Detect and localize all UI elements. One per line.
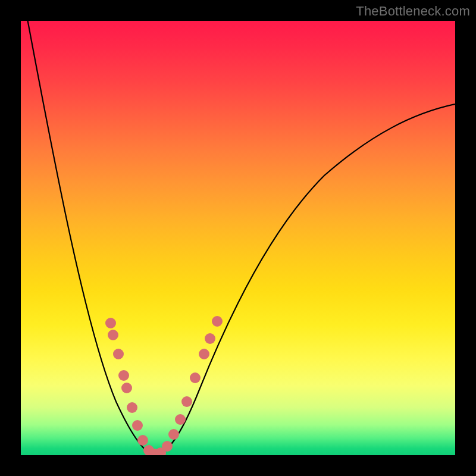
chart-frame: TheBottleneck.com bbox=[0, 0, 476, 476]
data-marker bbox=[181, 396, 192, 407]
data-marker bbox=[108, 330, 118, 340]
data-marker bbox=[118, 370, 129, 381]
marker-group bbox=[105, 316, 223, 455]
data-marker bbox=[121, 383, 132, 393]
data-marker bbox=[190, 372, 201, 383]
data-marker bbox=[132, 420, 143, 431]
data-marker bbox=[168, 429, 179, 440]
plot-area bbox=[21, 21, 455, 455]
bottleneck-curve bbox=[24, 21, 455, 455]
data-marker bbox=[212, 316, 223, 327]
data-marker bbox=[127, 402, 137, 413]
chart-svg bbox=[21, 21, 455, 455]
data-marker bbox=[113, 349, 124, 359]
data-marker bbox=[137, 435, 148, 446]
data-marker bbox=[175, 414, 186, 425]
data-marker bbox=[205, 333, 215, 344]
data-marker bbox=[105, 318, 116, 328]
data-marker bbox=[199, 349, 209, 359]
watermark-label: TheBottleneck.com bbox=[356, 4, 470, 19]
data-marker bbox=[162, 441, 173, 452]
